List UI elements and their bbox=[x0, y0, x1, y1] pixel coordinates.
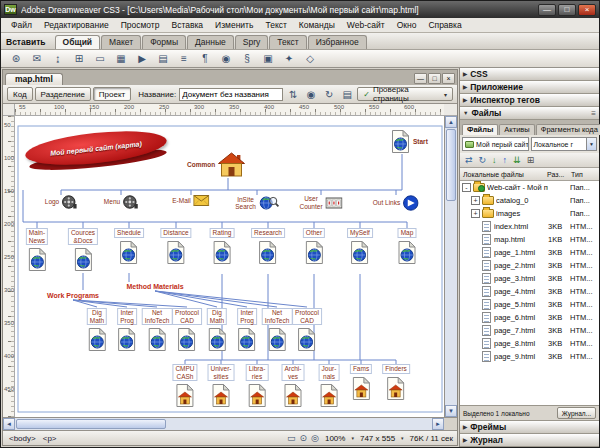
file-row[interactable]: page_4.html3KBHTM... bbox=[460, 285, 599, 298]
menu-item-4[interactable]: Вставка bbox=[166, 19, 210, 31]
insert-tab-1[interactable]: Общий bbox=[55, 35, 100, 49]
file-row[interactable]: page_3.html3KBHTM... bbox=[460, 272, 599, 285]
scroll-down-icon[interactable]: ▼ bbox=[445, 405, 457, 417]
file-row[interactable]: page_9.html3KBHTM... bbox=[460, 350, 599, 363]
insert-tab-5[interactable]: Spry bbox=[235, 35, 268, 49]
nav-node-1[interactable]: Logo bbox=[45, 195, 77, 209]
document-tab[interactable]: map.html bbox=[5, 73, 63, 85]
menu-item-8[interactable]: Web-сайт bbox=[341, 19, 391, 31]
design-canvas[interactable]: Мой первый сайт (карта) Start Common Log… bbox=[15, 116, 444, 417]
chevron-down-icon[interactable]: ▼ bbox=[586, 138, 596, 150]
view-button-2[interactable]: Разделение bbox=[35, 87, 91, 101]
nav-node-4[interactable]: InSite Search bbox=[235, 195, 279, 211]
page-node-5[interactable]: Rating bbox=[210, 228, 235, 264]
file-row[interactable]: +imagesПап... bbox=[460, 207, 599, 220]
refresh-icon[interactable]: ↻ bbox=[322, 87, 336, 101]
view-select[interactable]: Локальное г ▼ bbox=[531, 137, 598, 151]
page-node-4[interactable]: Distance bbox=[160, 228, 191, 264]
page-node-1[interactable]: Main- News bbox=[26, 228, 48, 271]
file-row[interactable]: map.html1KBHTM... bbox=[460, 233, 599, 246]
hand-tool-icon[interactable]: ⊙ bbox=[300, 433, 308, 443]
column-local-files[interactable]: Локальные файлы bbox=[463, 171, 547, 178]
template-icon[interactable]: ▣ bbox=[261, 52, 275, 66]
common-node[interactable]: Common bbox=[187, 152, 245, 177]
resource-node-2[interactable]: Univer- sities bbox=[208, 364, 235, 407]
menu-item-6[interactable]: Текст bbox=[259, 19, 292, 31]
close-button[interactable]: × bbox=[578, 4, 596, 16]
program-node-5[interactable]: Dig Math bbox=[207, 308, 227, 351]
horizontal-scrollbar[interactable]: ◄ ► bbox=[3, 418, 444, 430]
program-node-2[interactable]: Inter Prog bbox=[117, 308, 137, 351]
scroll-left-icon[interactable]: ◄ bbox=[3, 418, 15, 430]
program-node-8[interactable]: Protocol CAD bbox=[292, 308, 322, 351]
tag-chooser-icon[interactable]: ◇ bbox=[303, 52, 317, 66]
file-row[interactable]: page_2.html3KBHTM... bbox=[460, 259, 599, 272]
panel-header-CSS[interactable]: ▶CSS bbox=[460, 68, 599, 81]
horizontal-scroll-track[interactable] bbox=[167, 418, 432, 430]
program-node-3[interactable]: Net InfoTech bbox=[142, 308, 173, 351]
start-node[interactable]: Start bbox=[391, 130, 428, 153]
panel-header-Журнал[interactable]: ▶Журнал bbox=[460, 434, 599, 447]
menu-item-7[interactable]: Команды bbox=[293, 19, 341, 31]
zoom-tool-icon[interactable]: ◎ bbox=[311, 433, 319, 443]
size-chevron-icon[interactable]: ▾ bbox=[401, 435, 404, 441]
doc-restore-button[interactable]: □ bbox=[428, 73, 441, 84]
menu-item-2[interactable]: Редактирование bbox=[38, 19, 115, 31]
resource-node-5[interactable]: Jour- nals bbox=[319, 364, 340, 407]
insert-div-icon[interactable]: ▭ bbox=[93, 52, 107, 66]
view-options-icon[interactable]: ▤ bbox=[340, 87, 354, 101]
program-node-7[interactable]: Net InfoTech bbox=[262, 308, 293, 351]
insert-tab-6[interactable]: Текст bbox=[269, 35, 306, 49]
menu-item-10[interactable]: Справка bbox=[422, 19, 467, 31]
resource-node-1[interactable]: CMPU CASh bbox=[172, 364, 197, 407]
menu-item-5[interactable]: Изменить bbox=[209, 19, 259, 31]
column-size[interactable]: Раз... bbox=[547, 171, 571, 178]
files-column-headers[interactable]: Локальные файлы Раз... Тип bbox=[460, 168, 599, 181]
files-tab-1[interactable]: Файлы bbox=[462, 124, 498, 135]
file-row[interactable]: +catalog_0Пап... bbox=[460, 194, 599, 207]
minimize-button[interactable]: — bbox=[538, 4, 556, 16]
file-row[interactable]: page_5.html3KBHTM... bbox=[460, 298, 599, 311]
checkout-icon[interactable]: ⇊ bbox=[513, 155, 521, 165]
panel-header-Инспектор тегов[interactable]: ▶Инспектор тегов bbox=[460, 94, 599, 107]
get-file-icon[interactable]: ↓ bbox=[492, 155, 497, 165]
date-icon[interactable]: ▤ bbox=[156, 52, 170, 66]
tag-selector-2[interactable]: <p> bbox=[41, 434, 59, 443]
connect-icon[interactable]: ⇄ bbox=[465, 155, 473, 165]
scroll-up-icon[interactable]: ▲ bbox=[445, 116, 457, 128]
menu-item-1[interactable]: Файл bbox=[5, 19, 38, 31]
script-icon[interactable]: § bbox=[240, 52, 254, 66]
vertical-scroll-thumb[interactable] bbox=[446, 129, 456, 201]
select-tool-icon[interactable]: ▭ bbox=[287, 433, 296, 443]
image-icon[interactable]: ▦ bbox=[114, 52, 128, 66]
zoom-level[interactable]: 100% bbox=[325, 434, 345, 443]
preview-browser-icon[interactable]: ◉ bbox=[304, 87, 318, 101]
view-button-1[interactable]: Код bbox=[7, 87, 33, 101]
hyperlink-icon[interactable]: ⊛ bbox=[9, 52, 23, 66]
nav-node-6[interactable]: Out Links bbox=[373, 195, 419, 211]
tree-expander[interactable]: + bbox=[471, 196, 480, 205]
nav-node-3[interactable]: E-Mail bbox=[172, 195, 209, 206]
check-page-button[interactable]: ✓ Проверка страницы ▾ bbox=[357, 87, 453, 101]
insert-tab-2[interactable]: Макет bbox=[101, 35, 141, 49]
program-node-1[interactable]: Dig Math bbox=[87, 308, 107, 351]
page-node-6[interactable]: Research bbox=[251, 228, 285, 264]
page-node-3[interactable]: Shedule bbox=[114, 228, 144, 264]
insert-tab-4[interactable]: Данные bbox=[187, 35, 234, 49]
comment-icon[interactable]: ¶ bbox=[198, 52, 212, 66]
tag-selector-1[interactable]: <body> bbox=[7, 434, 38, 443]
media-icon[interactable]: ▶ bbox=[135, 52, 149, 66]
horizontal-scroll-thumb[interactable] bbox=[16, 419, 166, 429]
zoom-chevron-icon[interactable]: ▾ bbox=[351, 435, 354, 441]
program-node-4[interactable]: Protocol CAD bbox=[172, 308, 202, 351]
files-panel-header[interactable]: ▼ Файлы ≡ bbox=[460, 107, 599, 120]
doc-close-button[interactable]: × bbox=[442, 73, 455, 84]
files-tab-3[interactable]: Фрагменты кода bbox=[536, 124, 600, 135]
tree-expander[interactable]: + bbox=[471, 209, 480, 218]
refresh-icon[interactable]: ↻ bbox=[479, 155, 487, 165]
flash-icon[interactable]: ✦ bbox=[282, 52, 296, 66]
files-tab-2[interactable]: Активы bbox=[499, 124, 534, 135]
nav-node-5[interactable]: User Counter bbox=[299, 195, 342, 210]
page-node-8[interactable]: MySelf bbox=[347, 228, 373, 264]
panel-header-Приложение[interactable]: ▶Приложение bbox=[460, 81, 599, 94]
